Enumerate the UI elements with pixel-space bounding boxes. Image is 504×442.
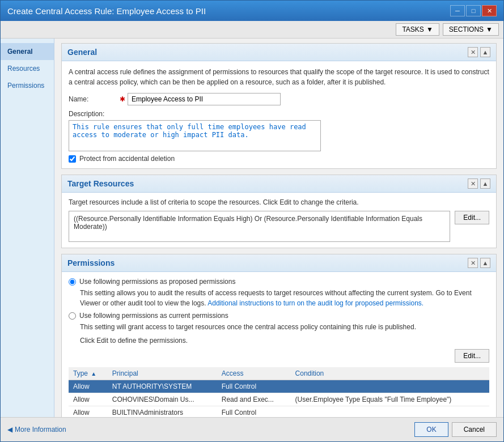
general-close-icon[interactable]: ✕ [468, 47, 478, 57]
description-wrapper: Description: [69, 110, 489, 151]
permissions-collapse-icon[interactable]: ▲ [480, 258, 490, 268]
table-row[interactable]: AllowCOHOVINES\Domain Us...Read and Exec… [69, 393, 489, 406]
sort-icon: ▲ [91, 371, 96, 377]
col-access[interactable]: Access [217, 367, 291, 380]
target-section-controls: ✕ ▲ [468, 178, 490, 189]
tasks-chevron-icon: ▼ [426, 26, 433, 33]
current-radio[interactable] [69, 312, 76, 320]
general-section-controls: ✕ ▲ [468, 47, 490, 57]
permissions-section-body: Use following permissions as proposed pe… [62, 272, 496, 417]
title-bar: Create Central Access Rule: Employee Acc… [1, 1, 503, 21]
sidebar-item-permissions[interactable]: Permissions [1, 77, 54, 94]
main-content: General Resources Permissions General ✕ … [1, 39, 503, 417]
sidebar-item-general[interactable]: General [1, 43, 54, 60]
name-row: Name: ✱ [69, 93, 489, 105]
cancel-button[interactable]: Cancel [452, 422, 497, 437]
col-type[interactable]: Type ▲ [69, 367, 108, 380]
target-resources-section: Target Resources ✕ ▲ Target resources in… [61, 175, 497, 248]
bottom-bar: ◀ More Information OK Cancel [1, 417, 503, 441]
col-principal[interactable]: Principal [108, 367, 217, 380]
window-controls: ─ □ ✕ [450, 5, 497, 16]
general-section-header: General ✕ ▲ [62, 44, 496, 61]
protect-label[interactable]: Protect from accidental deletion [79, 155, 175, 163]
more-info[interactable]: ◀ More Information [7, 426, 66, 434]
main-window: Create Central Access Rule: Employee Acc… [0, 0, 504, 442]
table-row[interactable]: AllowBUILTIN\AdministratorsFull Control [69, 406, 489, 418]
target-close-icon[interactable]: ✕ [468, 178, 478, 189]
permissions-close-icon[interactable]: ✕ [468, 258, 478, 268]
name-input[interactable] [128, 93, 281, 105]
required-star: ✱ [120, 95, 125, 103]
target-section-header: Target Resources ✕ ▲ [62, 175, 496, 193]
general-section: General ✕ ▲ A central access rule define… [61, 43, 497, 169]
click-edit-text: Click Edit to define the permissions. [80, 335, 489, 346]
maximize-button[interactable]: □ [466, 5, 481, 16]
permissions-section-title: Permissions [67, 258, 115, 267]
table-row[interactable]: AllowNT AUTHORITY\SYSTEMFull Control [69, 380, 489, 393]
permissions-table: Type ▲ Principal Access Co [69, 367, 489, 417]
target-edit-button[interactable]: Edit... [455, 211, 489, 224]
proposed-desc: This setting allows you to audit the res… [80, 288, 489, 308]
criteria-row: ((Resource.Personally Identifiable Infor… [69, 211, 489, 242]
protect-row: Protect from accidental deletion [69, 155, 489, 163]
target-collapse-icon[interactable]: ▲ [480, 178, 490, 189]
table-header-row: Type ▲ Principal Access Co [69, 367, 489, 380]
ok-button[interactable]: OK [414, 422, 448, 437]
criteria-box: ((Resource.Personally Identifiable Infor… [69, 211, 450, 242]
proposed-link[interactable]: Additional instructions to turn on the a… [207, 299, 423, 307]
target-section-title: Target Resources [67, 179, 134, 188]
current-radio-label[interactable]: Use following permissions as current per… [79, 312, 228, 320]
window-title: Create Central Access Rule: Employee Acc… [7, 6, 206, 16]
sidebar: General Resources Permissions [1, 39, 54, 417]
more-info-label: More Information [15, 426, 66, 434]
general-section-body: A central access rule defines the assign… [62, 61, 496, 168]
col-condition[interactable]: Condition [291, 367, 489, 380]
sections-button[interactable]: SECTIONS ▼ [443, 23, 499, 36]
current-desc: This setting will grant access to target… [80, 322, 489, 332]
target-info-text: Target resources include a list of crite… [69, 198, 489, 206]
permissions-section-controls: ✕ ▲ [468, 258, 490, 268]
proposed-radio-label[interactable]: Use following permissions as proposed pe… [79, 278, 235, 286]
close-button[interactable]: ✕ [482, 5, 497, 16]
tasks-button[interactable]: TASKS ▼ [396, 23, 439, 36]
permissions-edit-button[interactable]: Edit... [455, 349, 489, 363]
description-label: Description: [69, 110, 489, 118]
tasks-label: TASKS [402, 26, 423, 33]
permissions-section-header: Permissions ✕ ▲ [62, 254, 496, 272]
minimize-button[interactable]: ─ [450, 5, 465, 16]
protect-checkbox[interactable] [69, 155, 76, 163]
sections-label: SECTIONS [449, 26, 484, 33]
proposed-radio-row: Use following permissions as proposed pe… [69, 278, 489, 286]
content-area: General ✕ ▲ A central access rule define… [54, 39, 503, 417]
toolbar: TASKS ▼ SECTIONS ▼ [1, 21, 503, 39]
general-collapse-icon[interactable]: ▲ [480, 47, 490, 57]
permissions-section: Permissions ✕ ▲ Use following permission… [61, 254, 497, 417]
perm-edit-row: Edit... [69, 349, 489, 363]
sections-chevron-icon: ▼ [486, 26, 493, 33]
bottom-buttons: OK Cancel [414, 422, 497, 437]
chevron-left-icon: ◀ [7, 426, 12, 434]
description-textarea[interactable] [69, 120, 321, 151]
name-label: Name: [69, 95, 120, 103]
current-radio-row: Use following permissions as current per… [69, 312, 489, 320]
proposed-radio[interactable] [69, 278, 76, 286]
general-info-text: A central access rule defines the assign… [69, 67, 489, 87]
sidebar-item-resources[interactable]: Resources [1, 60, 54, 77]
general-section-title: General [67, 48, 97, 57]
target-section-body: Target resources include a list of crite… [62, 193, 496, 248]
